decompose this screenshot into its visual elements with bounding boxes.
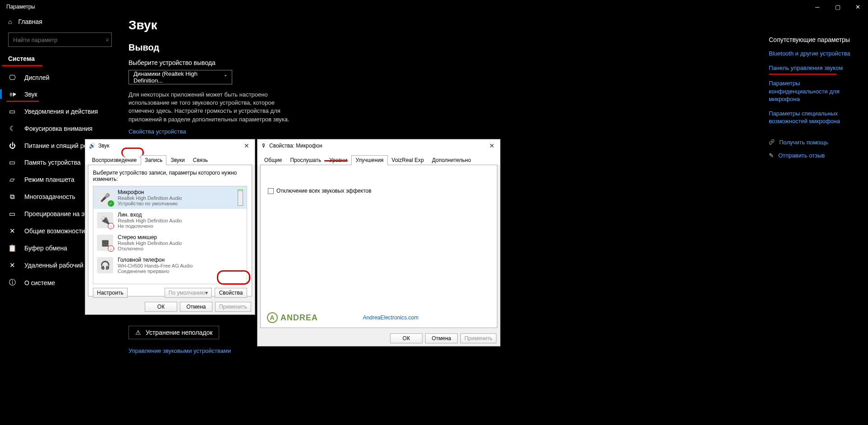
home-label: Главная (18, 18, 42, 25)
disable-effects-row[interactable]: Отключение всех звуковых эффектов (268, 188, 492, 194)
projection-icon: ▭ (8, 210, 16, 218)
microphone-icon: 🎤✓ (97, 189, 113, 206)
annotation-underline (769, 74, 836, 75)
stereo-mix-icon: ▦↓ (97, 235, 113, 251)
related-link-bluetooth[interactable]: Bluetooth и другие устройства (769, 50, 859, 58)
sound-icon: 🕪 (8, 90, 16, 98)
headset-icon: 🎧 (97, 257, 113, 273)
related-link-sound-panel[interactable]: Панель управления звуком (769, 64, 859, 72)
mic-properties-dialog: 🎙Свойства: Микрофон ✕ Общие Прослушать У… (257, 139, 501, 346)
sound-dialog-tabs: Воспроизведение Запись Звуки Связь (85, 152, 255, 165)
minimize-button[interactable]: ─ (807, 0, 827, 14)
maximize-button[interactable]: ▢ (827, 0, 848, 14)
device-line-in[interactable]: 🔌↓ Лин. входRealtek High Definition Audi… (93, 209, 247, 231)
ok-button[interactable]: ОК (390, 333, 423, 343)
tab-listen[interactable]: Прослушать (286, 155, 325, 165)
related-heading: Сопутствующие параметры (769, 36, 859, 43)
search-icon: ⌕ (106, 36, 109, 42)
tab-sounds[interactable]: Звуки (166, 155, 188, 165)
tablet-icon: ▱ (8, 176, 16, 184)
get-help-link[interactable]: 🗪Получить помощь (769, 139, 859, 146)
mic-dialog-tabs: Общие Прослушать Уровни Улучшения VoizRe… (257, 152, 500, 165)
window-title: Параметры (6, 4, 35, 10)
tab-voizreal[interactable]: VoizReal Exp (388, 155, 428, 165)
recording-instructions: Выберите устройство записи, параметры ко… (93, 170, 247, 182)
power-icon: ⏻ (8, 142, 16, 149)
tab-enhancements[interactable]: Улучшения (351, 155, 387, 165)
andrea-link[interactable]: AndreaElectronics.com (363, 314, 418, 321)
ok-button[interactable]: ОК (145, 302, 177, 312)
tab-general[interactable]: Общие (260, 155, 286, 165)
window-controls: ─ ▢ ✕ (807, 0, 868, 14)
set-default-button[interactable]: По умолчанию (165, 288, 212, 298)
output-device-selected: Динамики (Realtek High Definition... (133, 70, 224, 84)
device-stereo-mix[interactable]: ▦↓ Стерео микшерRealtek High Definition … (93, 231, 247, 254)
output-heading: Вывод (129, 42, 534, 53)
annotation-underline (2, 65, 42, 66)
focus-icon: ☾ (8, 125, 16, 133)
output-description: Для некоторых приложений может быть наст… (129, 91, 300, 124)
feedback-link[interactable]: ✎Отправить отзыв (769, 152, 859, 159)
disable-effects-checkbox[interactable] (268, 188, 274, 194)
cancel-button[interactable]: Отмена (425, 333, 458, 343)
chevron-down-icon: ˅ (224, 74, 227, 81)
multitask-icon: ⧉ (8, 193, 16, 201)
mic-dialog-close[interactable]: ✕ (487, 142, 496, 149)
recording-device-list: 🎤✓ МикрофонRealtek High Definition Audio… (93, 186, 247, 284)
related-panel: Сопутствующие параметры Bluetooth и друг… (769, 36, 859, 159)
disable-effects-label: Отключение всех звуковых эффектов (276, 188, 372, 194)
warning-icon: ⚠ (135, 329, 141, 336)
page-title: Звук (129, 18, 534, 32)
help-icon: 🗪 (769, 139, 775, 146)
apply-button[interactable]: Применить (460, 333, 496, 343)
andrea-logo: AANDREA (267, 312, 318, 323)
remote-icon: ✕ (8, 261, 16, 269)
level-meter (238, 189, 243, 206)
microphone-icon: 🎙 (261, 143, 266, 149)
cancel-button[interactable]: Отмена (180, 302, 212, 312)
display-icon: 🖵 (8, 74, 16, 81)
sound-dialog: 🔊Звук ✕ Воспроизведение Запись Звуки Свя… (85, 139, 255, 315)
tab-recording[interactable]: Запись (141, 155, 166, 165)
annotation-circle (217, 270, 250, 285)
mic-dialog-buttons: ОК Отмена Применить (257, 331, 500, 346)
tab-advanced[interactable]: Дополнительно (428, 155, 475, 165)
sidebar-item-display[interactable]: 🖵Дисплей (0, 69, 121, 86)
related-link-mic-access[interactable]: Параметры специальных возможностей микро… (769, 110, 859, 125)
sound-dialog-title: Звук (98, 143, 110, 149)
sound-dialog-buttons: ОК Отмена Применить (85, 299, 255, 314)
troubleshoot-button[interactable]: ⚠ Устранение неполадок (129, 326, 219, 339)
device-microphone[interactable]: 🎤✓ МикрофонRealtek High Definition Audio… (93, 186, 247, 209)
output-device-dropdown[interactable]: Динамики (Realtek High Definition... ˅ (129, 70, 232, 84)
home-link[interactable]: ⌂ Главная (0, 14, 121, 30)
manage-devices-link[interactable]: Управление звуковыми устройствами (129, 347, 231, 354)
output-device-label: Выберите устройство вывода (129, 59, 534, 66)
feedback-icon: ✎ (769, 152, 774, 159)
sidebar-item-notifications[interactable]: ▭Уведомления и действия (0, 103, 121, 120)
related-link-mic-privacy[interactable]: Параметры конфиденциальности для микрофо… (769, 79, 859, 103)
close-button[interactable]: ✕ (848, 0, 868, 14)
notifications-icon: ▭ (8, 107, 16, 115)
home-icon: ⌂ (8, 18, 12, 25)
sidebar-item-sound[interactable]: 🕪Звук (0, 86, 121, 102)
annotation-underline (324, 160, 348, 162)
mic-dialog-titlebar[interactable]: 🎙Свойства: Микрофон ✕ (257, 139, 500, 152)
about-icon: ⓘ (8, 278, 16, 287)
sound-dialog-titlebar[interactable]: 🔊Звук ✕ (85, 139, 255, 152)
shared-icon: ✕ (8, 227, 16, 235)
device-properties-link[interactable]: Свойства устройства (129, 128, 186, 135)
properties-button[interactable]: Свойства (215, 288, 247, 298)
mic-dialog-panel: Отключение всех звуковых эффектов AANDRE… (260, 165, 497, 328)
mic-dialog-title: Свойства: Микрофон (269, 143, 322, 149)
clipboard-icon: 📋 (8, 244, 16, 252)
speaker-icon: 🔊 (89, 143, 96, 149)
sidebar-item-focus[interactable]: ☾Фокусировка внимания (0, 120, 121, 137)
storage-icon: ▭ (8, 158, 16, 166)
apply-button[interactable]: Применить (215, 302, 251, 312)
configure-button[interactable]: Настроить (93, 288, 128, 298)
search-input[interactable] (8, 32, 112, 47)
tab-communications[interactable]: Связь (189, 155, 212, 165)
titlebar: Параметры ─ ▢ ✕ (0, 0, 868, 14)
line-in-icon: 🔌↓ (97, 212, 113, 228)
sound-dialog-close[interactable]: ✕ (242, 142, 251, 149)
